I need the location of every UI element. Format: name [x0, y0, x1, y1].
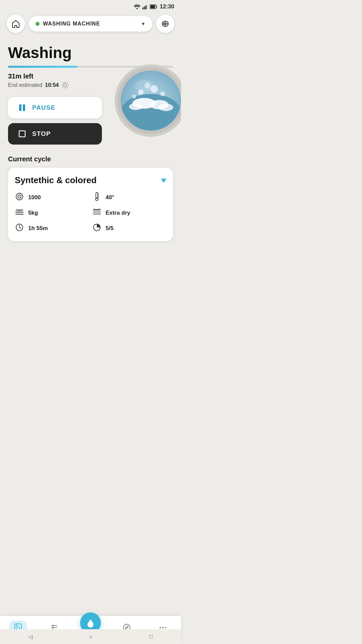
device-status-dot	[36, 22, 40, 26]
spec-spin: 1000	[15, 192, 89, 203]
status-bar: 12:30	[0, 0, 181, 12]
wash-title: Washing	[8, 44, 173, 62]
pause-label: PAUSE	[32, 104, 55, 111]
pause-button[interactable]: PAUSE	[8, 97, 102, 118]
svg-rect-35	[23, 104, 25, 111]
spec-weight: 5kg	[15, 208, 89, 218]
favorite-heart-icon[interactable]: ♥	[161, 175, 166, 185]
svg-rect-8	[165, 22, 166, 26]
temp-icon	[92, 192, 102, 203]
spec-temp: 40°	[92, 192, 166, 203]
svg-point-18	[159, 104, 173, 111]
svg-rect-2	[145, 5, 146, 9]
machine-illustration	[111, 60, 181, 141]
level-value: 5/5	[106, 225, 114, 232]
top-bar: WASHING MACHINE ▼	[0, 12, 181, 38]
svg-point-25	[64, 84, 67, 87]
svg-line-47	[19, 227, 21, 228]
end-estimate-label: End estimated	[8, 82, 42, 88]
stop-button[interactable]: STOP	[8, 123, 102, 145]
svg-rect-0	[142, 7, 143, 9]
svg-point-17	[129, 103, 142, 110]
stop-icon	[17, 129, 27, 139]
spin-icon	[15, 192, 24, 203]
voice-button[interactable]	[156, 15, 174, 33]
status-icons	[134, 4, 157, 9]
battery-icon	[150, 4, 157, 9]
svg-rect-7	[163, 22, 164, 25]
weight-icon	[15, 208, 24, 218]
dry-icon	[92, 208, 102, 218]
chevron-down-icon: ▼	[141, 21, 145, 26]
svg-point-39	[19, 196, 20, 197]
dry-value: Extra dry	[106, 210, 130, 216]
sun-icon	[61, 82, 69, 89]
svg-rect-9	[166, 23, 167, 25]
pause-icon	[17, 103, 27, 112]
spec-duration: 1h 55m	[15, 223, 89, 234]
device-name: WASHING MACHINE	[43, 21, 137, 27]
spec-level: 5/5	[92, 223, 166, 234]
svg-point-21	[160, 92, 165, 96]
spec-dry: Extra dry	[92, 208, 166, 218]
cycle-specs: 1000 40°	[15, 192, 166, 234]
progress-bar-fill	[8, 66, 77, 68]
stop-label: STOP	[32, 130, 51, 138]
level-icon	[92, 223, 102, 234]
temp-value: 40°	[106, 194, 114, 201]
end-time: 10:54	[45, 82, 59, 88]
svg-point-24	[135, 79, 154, 92]
cycle-card: Syntethic & colored ♥ 1000	[8, 168, 173, 241]
svg-point-22	[132, 95, 136, 99]
svg-rect-3	[147, 4, 148, 9]
cycle-name: Syntethic & colored	[15, 175, 97, 185]
svg-rect-36	[19, 131, 25, 137]
voice-icon	[161, 19, 170, 28]
home-icon	[11, 19, 20, 28]
current-cycle-title: Current cycle	[8, 155, 173, 163]
signal-icon	[142, 4, 148, 9]
wifi-icon	[134, 4, 140, 9]
action-buttons: PAUSE STOP	[8, 97, 102, 145]
svg-line-30	[63, 83, 63, 84]
duration-value: 1h 55m	[28, 225, 48, 232]
svg-rect-1	[144, 6, 145, 9]
status-time: 12:30	[160, 3, 174, 10]
svg-line-31	[67, 87, 68, 88]
svg-rect-5	[150, 5, 155, 8]
svg-rect-34	[19, 104, 21, 111]
device-selector[interactable]: WASHING MACHINE ▼	[29, 16, 152, 32]
home-button[interactable]	[7, 15, 25, 33]
spin-value: 1000	[28, 194, 41, 201]
svg-line-32	[67, 83, 68, 84]
svg-line-33	[63, 87, 63, 88]
cycle-header: Syntethic & colored ♥	[15, 175, 166, 185]
duration-icon	[15, 223, 24, 234]
weight-value: 5kg	[28, 210, 38, 216]
